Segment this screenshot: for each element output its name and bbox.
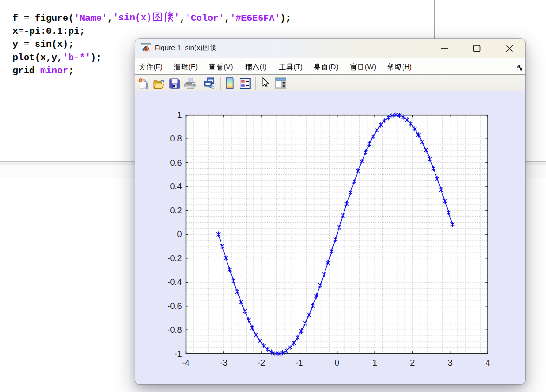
svg-text:-0.4: -0.4	[167, 277, 182, 287]
svg-text:1: 1	[177, 110, 182, 120]
svg-text:0: 0	[335, 358, 339, 367]
svg-text:-2: -2	[258, 358, 265, 367]
svg-text:-0.8: -0.8	[167, 325, 182, 334]
svg-text:1: 1	[372, 358, 377, 367]
svg-text:3: 3	[448, 358, 453, 367]
svg-text:0.2: 0.2	[170, 206, 182, 215]
svg-text:-0.2: -0.2	[167, 254, 182, 263]
svg-text:0: 0	[177, 230, 182, 239]
svg-text:0.8: 0.8	[170, 134, 182, 143]
svg-text:0.4: 0.4	[170, 182, 182, 191]
svg-text:-3: -3	[220, 358, 228, 367]
svg-text:-1: -1	[295, 358, 303, 367]
svg-text:-1: -1	[174, 349, 182, 359]
svg-text:2: 2	[410, 358, 415, 367]
svg-text:-0.6: -0.6	[167, 302, 182, 311]
svg-text:-4: -4	[182, 358, 189, 367]
svg-text:0.6: 0.6	[170, 158, 182, 167]
svg-text:4: 4	[486, 358, 490, 367]
